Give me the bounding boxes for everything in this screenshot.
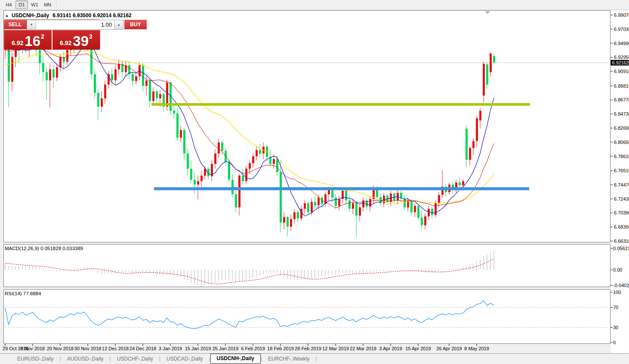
candle-body bbox=[297, 212, 299, 218]
candle-body bbox=[59, 57, 62, 67]
date-label: 12 Mar 2019 bbox=[322, 346, 349, 351]
ask-price-point: 3 bbox=[89, 33, 92, 40]
candle-body bbox=[355, 203, 358, 216]
macd-scale-label: 0.00 bbox=[613, 267, 622, 272]
candle-body bbox=[404, 199, 406, 208]
candle-body bbox=[235, 194, 237, 208]
collapse-panel-icon[interactable]: ▲ bbox=[5, 14, 9, 18]
price-tick-label: 6.66310 bbox=[614, 239, 629, 244]
support-line[interactable] bbox=[154, 187, 529, 190]
chart-tab-eurchf[interactable]: EURCHF-,Weekly bbox=[262, 354, 315, 364]
price-tick-label: 6.94990 bbox=[614, 41, 629, 46]
buy-button[interactable]: BUY bbox=[124, 20, 147, 30]
macd-scale-label: -0.040218 bbox=[613, 283, 629, 288]
candle-body bbox=[293, 212, 296, 219]
chart-tab-eurusd[interactable]: EURUSD-,Daily bbox=[11, 354, 60, 364]
candle-body bbox=[462, 181, 464, 185]
price-tick-label: 6.76510 bbox=[614, 168, 629, 173]
candle-body bbox=[142, 65, 144, 86]
candle-body bbox=[238, 176, 240, 208]
date-label: 12 Dec 2018 bbox=[102, 346, 129, 351]
price-tick-label: 6.97030 bbox=[614, 27, 629, 32]
volume-decrease-icon[interactable]: ▾ bbox=[27, 20, 36, 29]
chart-tab-usdcad[interactable]: USDCAD-,Daily bbox=[160, 354, 209, 364]
candle-body bbox=[256, 150, 258, 156]
candle-body bbox=[259, 150, 261, 153]
candle-body bbox=[318, 198, 320, 205]
candle-body bbox=[46, 72, 48, 80]
rsi-pane[interactable] bbox=[4, 290, 610, 344]
candle-body bbox=[290, 219, 292, 227]
candle-body bbox=[280, 172, 282, 223]
chart-tab-usdchf[interactable]: USDCHF-,Daily bbox=[111, 354, 159, 364]
candle-body bbox=[479, 111, 481, 120]
candle-body bbox=[469, 148, 471, 159]
candle-body bbox=[345, 191, 347, 200]
ask-price-integer: 6.92 bbox=[60, 40, 71, 46]
date-label: 28 Feb 2019 bbox=[295, 346, 321, 351]
candle-body bbox=[493, 56, 495, 62]
candle-body bbox=[42, 63, 44, 72]
candle-body bbox=[176, 113, 179, 138]
price-tick-label: 6.99070 bbox=[614, 12, 629, 18]
date-label: 3 Apr 2019 bbox=[379, 346, 402, 351]
candle-body bbox=[245, 169, 247, 181]
sell-button[interactable]: SELL bbox=[4, 20, 26, 30]
price-tick-label: 6.74470 bbox=[614, 182, 629, 187]
chart-tab-audusd[interactable]: AUDUSD-,Daily bbox=[61, 354, 110, 364]
candle-body bbox=[283, 217, 285, 223]
price-tick-label: 6.80650 bbox=[614, 140, 629, 145]
candle-body bbox=[159, 94, 161, 98]
candle-body bbox=[438, 195, 440, 203]
chart-ohlc-values: 6.93141 6.93500 6.92014 6.92162 bbox=[52, 12, 132, 18]
candle-body bbox=[135, 76, 137, 81]
candle-body bbox=[190, 169, 192, 180]
candle-body bbox=[231, 180, 234, 194]
bid-price-integer: 6.92 bbox=[12, 40, 23, 46]
candle-body bbox=[49, 69, 51, 80]
macd-label: MACD(12,26,9) 0.051828 0.033389 bbox=[5, 246, 83, 251]
date-label: 3 Jan 2019 bbox=[159, 346, 182, 351]
candle-body bbox=[132, 74, 134, 81]
rsi-scale-label: 30 bbox=[613, 325, 618, 330]
candle-body bbox=[417, 206, 419, 217]
ask-price-pips: 39 bbox=[73, 35, 89, 48]
candle-body bbox=[173, 111, 175, 113]
candle-body bbox=[424, 216, 426, 225]
candle-body bbox=[348, 200, 351, 208]
candle-body bbox=[11, 57, 13, 82]
price-tick-label: 6.84730 bbox=[614, 111, 629, 116]
candle-body bbox=[249, 163, 251, 169]
chart-canvas[interactable]: 6.990706.970306.949906.929506.909106.888… bbox=[0, 0, 629, 364]
candle-body bbox=[228, 162, 230, 180]
candle-body bbox=[311, 202, 313, 212]
candle-body bbox=[152, 92, 154, 101]
candle-body bbox=[104, 85, 106, 98]
date-label: 15 Apr 2019 bbox=[405, 346, 431, 351]
candle-body bbox=[362, 200, 364, 207]
candle-body bbox=[187, 153, 189, 168]
volume-input[interactable] bbox=[36, 20, 114, 29]
chart-tab-usdcnh[interactable]: USDCNH-,Daily bbox=[210, 354, 261, 364]
resistance-line[interactable] bbox=[151, 103, 530, 106]
candle-body bbox=[352, 203, 354, 209]
candle-body bbox=[459, 183, 461, 185]
candle-body bbox=[8, 45, 10, 82]
macd-pane[interactable] bbox=[4, 245, 610, 287]
date-label: 8 May 2019 bbox=[464, 346, 489, 351]
candle-body bbox=[94, 74, 96, 93]
candle-body bbox=[197, 181, 199, 184]
candle-body bbox=[414, 206, 416, 212]
candle-body bbox=[466, 128, 468, 159]
price-tick-label: 6.86770 bbox=[614, 97, 629, 102]
candle-body bbox=[111, 74, 113, 80]
candle-body bbox=[369, 199, 371, 207]
bid-quote-button[interactable]: 6.92 16 2 bbox=[4, 30, 52, 49]
candle-body bbox=[338, 199, 340, 206]
ask-quote-button[interactable]: 6.92 39 3 bbox=[52, 30, 100, 49]
candle-body bbox=[273, 159, 275, 164]
candle-body bbox=[242, 176, 244, 181]
candle-body bbox=[101, 98, 103, 107]
volume-increase-icon[interactable]: ▴ bbox=[114, 20, 123, 29]
candle-body bbox=[490, 53, 492, 72]
